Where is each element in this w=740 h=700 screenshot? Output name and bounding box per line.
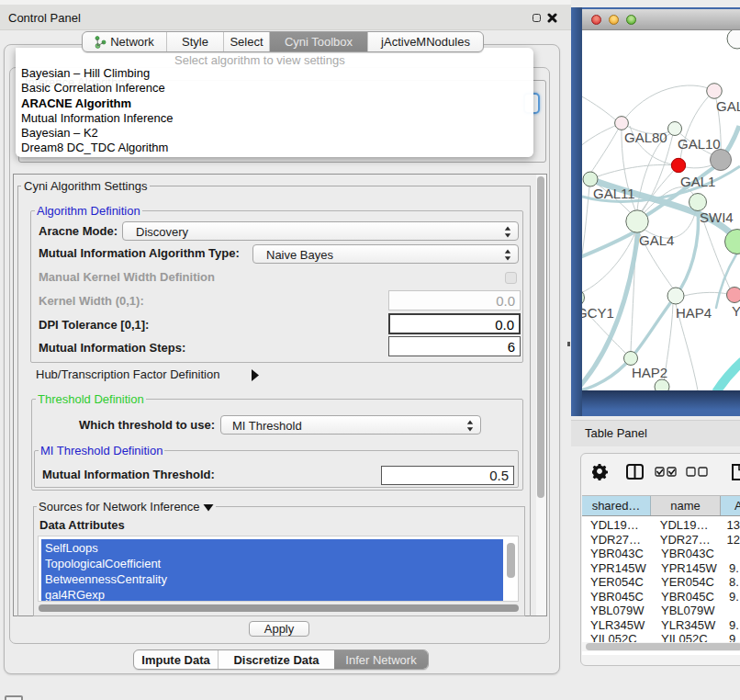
svg-text:GCY1: GCY1: [582, 305, 614, 321]
svg-text:GAL80: GAL80: [624, 130, 667, 145]
svg-text:GAL10: GAL10: [678, 136, 721, 152]
svg-text:GAL1: GAL1: [680, 174, 715, 189]
svg-text:GAL4: GAL4: [639, 232, 674, 248]
svg-text:HAP2: HAP2: [632, 365, 667, 380]
svg-text:GAL: GAL: [716, 98, 740, 114]
svg-text:HAP4: HAP4: [676, 305, 712, 321]
svg-text:Y: Y: [732, 303, 740, 319]
svg-text:SWI4: SWI4: [700, 209, 734, 225]
svg-text:GAL11: GAL11: [593, 186, 635, 201]
